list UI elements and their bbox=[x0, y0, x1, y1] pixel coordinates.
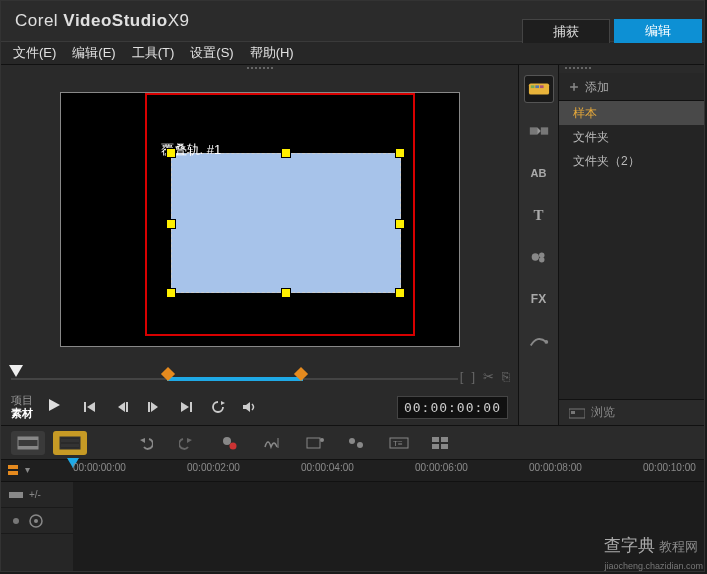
timeline-ruler[interactable]: ▾ 00:00:00:0000:00:02:0000:00:04:0000:00… bbox=[1, 460, 704, 482]
category-path-button[interactable] bbox=[524, 327, 554, 355]
panel-grip-icon[interactable] bbox=[559, 65, 704, 73]
menu-tools[interactable]: 工具(T) bbox=[132, 44, 175, 62]
next-frame-button[interactable] bbox=[143, 396, 165, 418]
library-category-strip: AB T FX bbox=[519, 65, 559, 425]
ruler-dropdown-icon[interactable]: ▾ bbox=[25, 464, 39, 478]
record-button[interactable] bbox=[221, 435, 241, 451]
menu-file[interactable]: 文件(E) bbox=[13, 44, 56, 62]
trim-range[interactable] bbox=[167, 377, 303, 381]
ruler-tick: 00:00:08:00 bbox=[529, 462, 582, 473]
category-graphics-button[interactable] bbox=[524, 243, 554, 271]
svg-rect-12 bbox=[530, 85, 534, 88]
resize-handle-tr[interactable] bbox=[395, 148, 405, 158]
svg-rect-44 bbox=[441, 444, 448, 449]
svg-marker-30 bbox=[140, 438, 145, 443]
resize-handle-tl[interactable] bbox=[166, 148, 176, 158]
split-clip-button[interactable]: ✂ bbox=[483, 369, 494, 384]
mode-clip-label[interactable]: 素材 bbox=[11, 407, 33, 420]
svg-point-48 bbox=[13, 518, 19, 524]
library-footer: 浏览 bbox=[559, 399, 704, 425]
library-folder-list: 样本 文件夹 文件夹（2） bbox=[559, 101, 704, 399]
library-item-folder[interactable]: 文件夹 bbox=[559, 125, 704, 149]
ruler-tick: 00:00:10:00 bbox=[643, 462, 696, 473]
timeline-panel: T≡ ▾ 00:00:00:0000:00:02:0000:00:04:0000… bbox=[1, 425, 704, 571]
category-media-button[interactable] bbox=[524, 75, 554, 103]
svg-marker-3 bbox=[118, 402, 125, 412]
resize-handle-tm[interactable] bbox=[281, 148, 291, 158]
category-text-button[interactable]: T bbox=[524, 201, 554, 229]
ruler-tick: 00:00:02:00 bbox=[187, 462, 240, 473]
svg-rect-14 bbox=[539, 85, 543, 88]
browse-icon bbox=[569, 407, 585, 419]
resize-handle-br[interactable] bbox=[395, 288, 405, 298]
panel-grip-icon[interactable] bbox=[1, 65, 518, 73]
multicam-button[interactable] bbox=[431, 436, 451, 450]
resize-handle-bl[interactable] bbox=[166, 288, 176, 298]
svg-rect-8 bbox=[190, 402, 192, 412]
svg-marker-17 bbox=[537, 127, 541, 134]
category-transitions-button[interactable] bbox=[524, 117, 554, 145]
svg-rect-26 bbox=[18, 446, 38, 449]
go-start-button[interactable] bbox=[79, 396, 101, 418]
category-title-button[interactable]: AB bbox=[524, 159, 554, 187]
preview-stage[interactable]: 覆叠轨. #1 bbox=[60, 92, 460, 347]
redo-button[interactable] bbox=[179, 435, 199, 451]
svg-marker-6 bbox=[151, 402, 158, 412]
svg-marker-9 bbox=[221, 401, 225, 405]
svg-rect-4 bbox=[126, 402, 128, 412]
browse-button[interactable]: 浏览 bbox=[591, 404, 615, 421]
playhead-icon[interactable] bbox=[9, 365, 23, 377]
mode-project-label[interactable]: 项目 bbox=[11, 394, 33, 407]
track-head-add[interactable]: +/- bbox=[1, 482, 73, 508]
toggle-tracks-button[interactable] bbox=[7, 464, 21, 478]
ruler-tick: 00:00:06:00 bbox=[415, 462, 468, 473]
timeline-view-button[interactable] bbox=[53, 431, 87, 455]
brand-name: VideoStudio bbox=[63, 11, 167, 30]
resize-handle-bm[interactable] bbox=[281, 288, 291, 298]
go-end-button[interactable] bbox=[175, 396, 197, 418]
svg-point-50 bbox=[34, 519, 38, 523]
mark-out-button[interactable]: ] bbox=[471, 369, 475, 384]
brand-prefix: Corel bbox=[15, 11, 58, 30]
menu-help[interactable]: 帮助(H) bbox=[250, 44, 294, 62]
tab-edit[interactable]: 编辑 bbox=[614, 19, 702, 43]
undo-button[interactable] bbox=[137, 435, 157, 451]
library-item-sample[interactable]: 样本 bbox=[559, 101, 704, 125]
snapshot-button[interactable]: ⎘ bbox=[502, 369, 510, 384]
overlay-clip[interactable] bbox=[171, 153, 401, 293]
mark-in-button[interactable]: [ bbox=[460, 369, 464, 384]
timecode-display[interactable]: 00:00:00:00 bbox=[397, 396, 508, 419]
library-item-folder-2[interactable]: 文件夹（2） bbox=[559, 149, 704, 173]
svg-point-32 bbox=[223, 437, 231, 445]
svg-marker-31 bbox=[187, 438, 192, 443]
track-head-video[interactable] bbox=[1, 508, 73, 534]
add-label: 添加 bbox=[585, 80, 609, 94]
add-folder-button[interactable]: ＋添加 bbox=[567, 78, 609, 96]
volume-button[interactable] bbox=[239, 396, 261, 418]
storyboard-view-button[interactable] bbox=[11, 431, 45, 455]
svg-rect-41 bbox=[432, 437, 439, 442]
tab-capture[interactable]: 捕获 bbox=[522, 19, 610, 43]
svg-point-21 bbox=[544, 340, 548, 344]
svg-rect-43 bbox=[432, 444, 439, 449]
preview-seek-bar[interactable]: [ ] ✂ ⎘ bbox=[1, 365, 518, 389]
repeat-button[interactable] bbox=[207, 396, 229, 418]
svg-point-36 bbox=[320, 438, 324, 442]
library-panel: AB T FX ＋添加 样本 文件夹 文件夹（2） bbox=[519, 65, 704, 425]
category-filter-button[interactable]: FX bbox=[524, 285, 554, 313]
title-bar: Corel VideoStudioX9 捕获 编辑 bbox=[1, 1, 704, 41]
prev-frame-button[interactable] bbox=[111, 396, 133, 418]
menu-settings[interactable]: 设置(S) bbox=[190, 44, 233, 62]
play-button[interactable] bbox=[47, 396, 69, 418]
brand-version: X9 bbox=[168, 11, 190, 30]
resize-handle-ml[interactable] bbox=[166, 219, 176, 229]
subtitle-button[interactable]: T≡ bbox=[389, 436, 409, 450]
reel-icon bbox=[29, 514, 43, 528]
motion-tracking-button[interactable] bbox=[347, 435, 367, 451]
menu-edit[interactable]: 编辑(E) bbox=[72, 44, 115, 62]
svg-rect-15 bbox=[529, 127, 536, 134]
svg-rect-28 bbox=[61, 439, 79, 442]
audio-mixer-button[interactable] bbox=[263, 435, 283, 451]
auto-music-button[interactable] bbox=[305, 435, 325, 451]
resize-handle-mr[interactable] bbox=[395, 219, 405, 229]
